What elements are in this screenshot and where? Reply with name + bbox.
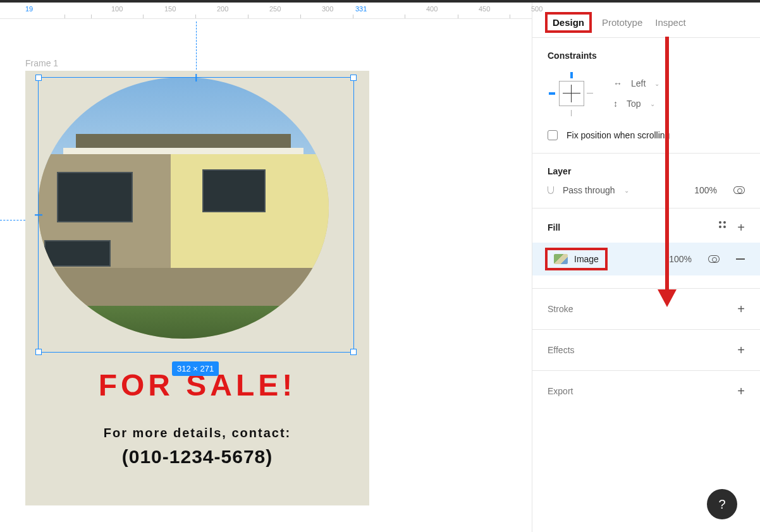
resize-handle-top[interactable] bbox=[195, 74, 197, 82]
fill-visibility-icon[interactable] bbox=[708, 255, 720, 263]
chevron-down-icon: ⌄ bbox=[624, 187, 629, 194]
ruler-tick: 300 bbox=[322, 5, 333, 13]
add-effect-button[interactable]: + bbox=[737, 344, 745, 356]
blend-mode-value: Pass through bbox=[563, 185, 615, 195]
add-fill-button[interactable]: + bbox=[737, 221, 745, 234]
add-export-button[interactable]: + bbox=[737, 385, 745, 397]
fix-position-row[interactable]: Fix position when scrolling bbox=[548, 130, 745, 140]
tab-inspect[interactable]: Inspect bbox=[649, 12, 692, 33]
constraint-horizontal-value: Left bbox=[631, 78, 646, 88]
ruler-tick: 19 bbox=[25, 5, 33, 13]
constraints-title: Constraints bbox=[548, 51, 745, 61]
fill-row-image[interactable]: Image 100% bbox=[532, 243, 760, 275]
export-section[interactable]: Export + bbox=[532, 371, 760, 411]
arrow-vertical-icon: ↕ bbox=[613, 99, 618, 109]
ruler-minor-tick bbox=[195, 15, 196, 18]
effects-section[interactable]: Effects + bbox=[532, 330, 760, 371]
chevron-down-icon: ⌄ bbox=[650, 100, 655, 107]
layer-title: Layer bbox=[548, 166, 745, 176]
arrow-horizontal-icon: ↔ bbox=[613, 78, 622, 88]
selection-box[interactable] bbox=[38, 77, 354, 353]
ruler-tick: 500 bbox=[531, 5, 542, 13]
add-stroke-button[interactable]: + bbox=[737, 303, 745, 315]
export-title: Export bbox=[548, 386, 573, 396]
ruler-minor-tick bbox=[91, 15, 92, 18]
frame-name-label[interactable]: Frame 1 bbox=[25, 58, 58, 68]
fill-section: Fill + Image 100% bbox=[532, 209, 760, 289]
ruler-minor-tick bbox=[353, 15, 353, 18]
help-icon: ? bbox=[718, 497, 725, 512]
ruler-minor-tick bbox=[300, 15, 301, 18]
fill-title: Fill bbox=[548, 222, 560, 233]
resize-handle-left[interactable] bbox=[35, 214, 42, 215]
remove-fill-button[interactable] bbox=[736, 258, 745, 260]
effects-title: Effects bbox=[548, 345, 575, 355]
ruler-tick: 150 bbox=[164, 5, 176, 13]
selection-dimensions-badge: 312 × 271 bbox=[172, 361, 219, 376]
canvas-area[interactable]: 19100150200250300331400450500 Frame 1 FO… bbox=[0, 3, 532, 532]
ruler-minor-tick bbox=[64, 15, 65, 18]
ruler-minor-tick bbox=[248, 15, 248, 18]
annotation-arrow-head bbox=[658, 289, 677, 307]
flyer-contact-label[interactable]: For more details, contact: bbox=[25, 426, 369, 440]
ruler-minor-tick bbox=[405, 15, 405, 18]
guide-vertical bbox=[196, 21, 197, 76]
sidebar-tabs: Design Prototype Inspect bbox=[532, 3, 760, 38]
ruler-tick: 331 bbox=[355, 5, 367, 13]
resize-handle-tl[interactable] bbox=[35, 75, 42, 81]
fill-swatch[interactable] bbox=[554, 254, 568, 264]
ruler-minor-tick bbox=[510, 15, 510, 18]
flyer-phone[interactable]: (010-1234-5678) bbox=[25, 446, 369, 468]
resize-handle-tr[interactable] bbox=[350, 75, 357, 81]
fill-opacity-value[interactable]: 100% bbox=[669, 254, 692, 264]
horizontal-ruler: 19100150200250300331400450500 bbox=[0, 3, 532, 19]
stroke-title: Stroke bbox=[548, 304, 573, 314]
layer-opacity-value[interactable]: 100% bbox=[694, 185, 717, 195]
guide-horizontal bbox=[0, 220, 25, 221]
constraint-horizontal-select[interactable]: ↔ Left ⌄ bbox=[613, 78, 659, 88]
fix-position-label: Fix position when scrolling bbox=[567, 130, 670, 140]
annotation-arrow bbox=[665, 37, 669, 296]
right-sidebar: Design Prototype Inspect Constraints bbox=[532, 3, 760, 532]
constraint-vertical-value: Top bbox=[627, 99, 641, 109]
droplet-icon bbox=[548, 186, 554, 194]
ruler-tick: 100 bbox=[111, 5, 123, 13]
ruler-tick: 450 bbox=[479, 5, 490, 13]
resize-handle-bl[interactable] bbox=[35, 349, 42, 355]
fill-type-label: Image bbox=[574, 254, 599, 264]
ruler-tick: 250 bbox=[269, 5, 281, 13]
ruler-tick: 200 bbox=[217, 5, 228, 13]
ruler-tick: 400 bbox=[426, 5, 438, 13]
constraints-section: Constraints ↔ Left ⌄ bbox=[532, 38, 760, 154]
visibility-icon[interactable] bbox=[733, 186, 745, 194]
ruler-minor-tick bbox=[458, 15, 458, 18]
help-button[interactable]: ? bbox=[707, 489, 737, 519]
style-icon[interactable] bbox=[719, 221, 726, 234]
tab-prototype[interactable]: Prototype bbox=[596, 12, 649, 33]
constraint-vertical-select[interactable]: ↕ Top ⌄ bbox=[613, 99, 659, 109]
resize-handle-br[interactable] bbox=[350, 349, 357, 355]
blend-mode-select[interactable]: Pass through ⌄ bbox=[548, 185, 629, 195]
tab-design[interactable]: Design bbox=[545, 12, 592, 33]
chevron-down-icon: ⌄ bbox=[654, 80, 659, 87]
constraints-widget[interactable] bbox=[548, 70, 596, 118]
stroke-section[interactable]: Stroke + bbox=[532, 289, 760, 330]
fix-position-checkbox[interactable] bbox=[548, 130, 558, 140]
ruler-minor-tick bbox=[143, 15, 144, 18]
layer-section: Layer Pass through ⌄ 100% bbox=[532, 154, 760, 209]
